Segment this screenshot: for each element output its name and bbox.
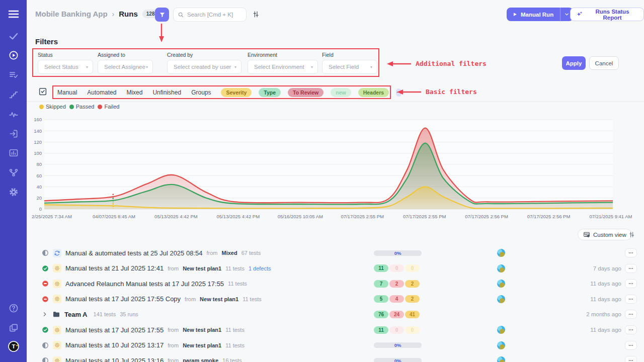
search-settings-button[interactable] bbox=[252, 10, 260, 19]
y-tick-label: 0 bbox=[39, 206, 42, 212]
filter-tag-to-review[interactable]: To Review bbox=[288, 88, 324, 97]
breadcrumb-project[interactable]: Mobile Banking App bbox=[35, 10, 108, 18]
plan-name[interactable]: param smoke bbox=[183, 357, 218, 362]
progress-label: 0% bbox=[374, 342, 422, 348]
x-tick-label: 07/17/2025 2:56 PM bbox=[527, 214, 571, 219]
row-more-button[interactable] bbox=[625, 325, 637, 334]
apply-button[interactable]: Apply bbox=[562, 56, 586, 70]
search-input[interactable] bbox=[187, 12, 242, 18]
sidebar-item-logo-t[interactable]: T bbox=[0, 338, 27, 355]
chevron-right-icon[interactable] bbox=[42, 311, 48, 317]
plan-name[interactable]: New test plan1 bbox=[183, 265, 221, 272]
filter-select[interactable]: Select Assignee▾ bbox=[98, 60, 153, 74]
sidebar-item-pulse[interactable] bbox=[0, 106, 27, 123]
filter-tab-automated[interactable]: Automated bbox=[87, 89, 116, 96]
y-tick-label: 20 bbox=[36, 195, 42, 201]
sliders-icon bbox=[628, 231, 635, 238]
legend-label: Failed bbox=[104, 104, 119, 110]
run-row[interactable]: Advanced Relaunch Manual tests at 17 Jul… bbox=[27, 276, 644, 291]
run-row[interactable]: Manual tests at 21 Jul 2025 12:41fromNew… bbox=[27, 261, 644, 276]
filter-tag-severity[interactable]: Severity bbox=[221, 88, 252, 97]
runs-page: T Mobile Banking App › Runs 128 Manual R… bbox=[0, 0, 644, 362]
search-box[interactable] bbox=[173, 8, 247, 22]
spark-icon bbox=[53, 341, 61, 349]
filter-tag-headers[interactable]: Headers bbox=[358, 88, 389, 97]
run-row[interactable]: Manual tests at 17 Jul 2025 17:55fromNew… bbox=[27, 322, 644, 337]
basic-filters-label: Basic filters bbox=[426, 88, 477, 96]
run-row[interactable]: Manual tests at 17 Jul 2025 17:55 Copyfr… bbox=[27, 292, 644, 307]
list-settings-button[interactable] bbox=[628, 231, 635, 238]
basic-filters-annotation-box: ManualAutomatedMixedUnfinishedGroupsSeve… bbox=[52, 85, 391, 99]
copy-icon bbox=[9, 323, 19, 333]
runs-status-report-button[interactable]: Runs Status Report bbox=[570, 8, 644, 21]
filter-field-label: Created by bbox=[167, 52, 242, 58]
custom-view-button[interactable]: Custom view bbox=[578, 229, 632, 240]
filter-tag-type[interactable]: Type bbox=[259, 88, 281, 97]
filter-tag-new[interactable]: new bbox=[331, 88, 351, 97]
row-more-button[interactable] bbox=[625, 279, 637, 288]
sidebar-item-bar-chart[interactable] bbox=[0, 144, 27, 161]
legend-item-skipped[interactable]: Skipped bbox=[39, 104, 66, 110]
row-more-button[interactable] bbox=[625, 264, 637, 273]
manual-run-button[interactable]: Manual Run bbox=[507, 8, 573, 21]
funnel-icon bbox=[158, 11, 166, 19]
sidebar-item-list-check[interactable] bbox=[0, 66, 27, 83]
manual-run-main[interactable]: Manual Run bbox=[507, 8, 560, 21]
sidebar-item-branch[interactable] bbox=[0, 164, 27, 181]
row-more-button[interactable] bbox=[625, 295, 637, 304]
run-title[interactable]: Manual & automated tests at 25 Jul 2025 … bbox=[65, 249, 202, 257]
run-title[interactable]: Manual tests at 17 Jul 2025 17:55 Copy bbox=[65, 295, 181, 303]
defects-link[interactable]: 1 defects bbox=[249, 265, 271, 272]
filter-tab-mixed[interactable]: Mixed bbox=[126, 89, 142, 96]
group-title[interactable]: Team A bbox=[64, 311, 88, 318]
filter-toggle-button[interactable] bbox=[155, 8, 169, 22]
sidebar-item-copy[interactable] bbox=[0, 319, 27, 336]
run-title[interactable]: Manual tests at 21 Jul 2025 12:41 bbox=[65, 264, 164, 272]
status-passed-icon bbox=[42, 265, 49, 272]
result-badge-yellow-faded: 0 bbox=[405, 264, 420, 272]
row-more-button[interactable] bbox=[625, 356, 637, 362]
plan-name[interactable]: New test plan1 bbox=[183, 342, 221, 348]
run-row[interactable]: Manual & automated tests at 25 Jul 2025 … bbox=[27, 245, 644, 260]
run-row[interactable]: Manual tests at 10 Jul 2025 13:16frompar… bbox=[27, 353, 644, 362]
from-label: from bbox=[206, 250, 217, 256]
result-badge-green: 76 bbox=[374, 311, 388, 318]
sidebar-item-hamburger[interactable] bbox=[0, 6, 27, 23]
filter-select[interactable]: Select Field▾ bbox=[322, 60, 377, 74]
legend-item-failed[interactable]: Failed bbox=[98, 104, 119, 110]
bar-chart-icon bbox=[9, 148, 19, 158]
plan-name[interactable]: New test plan1 bbox=[183, 327, 221, 333]
legend-dot bbox=[39, 105, 44, 109]
avatar bbox=[497, 295, 505, 303]
run-title[interactable]: Manual tests at 10 Jul 2025 13:17 bbox=[65, 341, 164, 349]
filter-select[interactable]: Select Environment▾ bbox=[248, 60, 318, 74]
row-more-button[interactable] bbox=[625, 248, 637, 257]
progress-label: 0% bbox=[374, 358, 422, 362]
run-row[interactable]: Manual tests at 10 Jul 2025 13:17fromNew… bbox=[27, 338, 644, 353]
filter-tab-unfinished[interactable]: Unfinished bbox=[152, 89, 181, 96]
plan-name[interactable]: Mixed bbox=[221, 250, 237, 256]
sidebar-item-play-circle[interactable] bbox=[0, 47, 27, 64]
sidebar-item-help[interactable] bbox=[0, 300, 27, 317]
run-timestamp: 7 days ago bbox=[593, 265, 621, 272]
sidebar-item-check[interactable] bbox=[0, 28, 27, 45]
filter-tab-manual[interactable]: Manual bbox=[57, 89, 77, 96]
group-row[interactable]: Team A141 tests35 runs7624412 months ago bbox=[27, 307, 644, 322]
cancel-button[interactable]: Cancel bbox=[589, 56, 619, 70]
plan-name[interactable]: New test plan1 bbox=[200, 296, 238, 302]
row-more-button[interactable] bbox=[625, 341, 637, 350]
filter-select[interactable]: Select created by user▾ bbox=[167, 60, 242, 74]
compose-icon[interactable] bbox=[38, 87, 47, 98]
sidebar-item-stairs[interactable] bbox=[0, 86, 27, 104]
run-title[interactable]: Manual tests at 10 Jul 2025 13:16 bbox=[65, 357, 164, 362]
run-results: 722 bbox=[374, 280, 420, 288]
legend-item-passed[interactable]: Passed bbox=[69, 104, 95, 110]
filter-tab-groups[interactable]: Groups bbox=[191, 89, 211, 96]
run-title[interactable]: Manual tests at 17 Jul 2025 17:55 bbox=[65, 326, 164, 334]
sidebar-item-gear[interactable] bbox=[0, 184, 27, 201]
row-more-button[interactable] bbox=[625, 310, 637, 319]
sidebar-item-import[interactable] bbox=[0, 125, 27, 142]
run-title[interactable]: Advanced Relaunch Manual tests at 17 Jul… bbox=[65, 280, 224, 288]
filter-select[interactable]: Select Status▾ bbox=[38, 60, 93, 74]
tests-count: 11 tests bbox=[243, 296, 262, 302]
